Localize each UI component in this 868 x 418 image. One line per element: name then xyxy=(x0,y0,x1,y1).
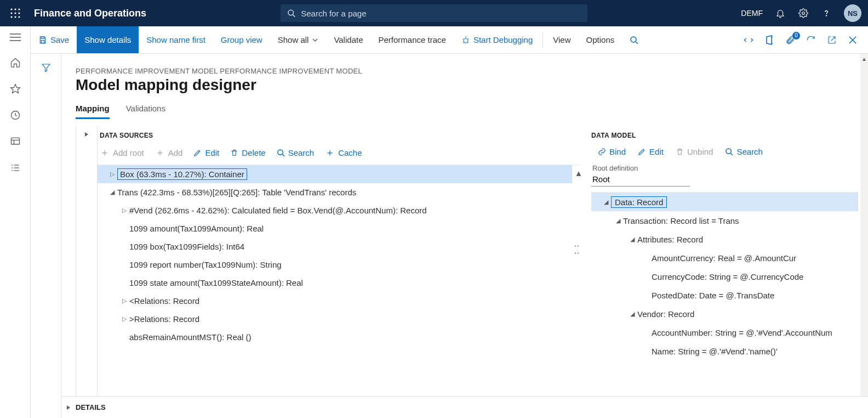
add-button[interactable]: ＋Add xyxy=(155,146,183,159)
unbind-button[interactable]: Unbind xyxy=(676,147,713,156)
svg-point-7 xyxy=(14,16,16,18)
help-icon[interactable] xyxy=(821,8,832,19)
tree-node[interactable]: AccountNumber: String = @.'#Vend'.Accoun… xyxy=(591,323,858,342)
delete-button[interactable]: Delete xyxy=(230,148,265,157)
start-debugging-button[interactable]: Start Debugging xyxy=(454,26,540,53)
tree-node[interactable]: ◢Transaction: Record list = Trans xyxy=(591,211,858,230)
svg-point-11 xyxy=(802,12,805,15)
ds-tree: ▷Box (63.3ms - 10.27%): Container ◢Trans… xyxy=(98,165,581,346)
options-button[interactable]: Options xyxy=(579,26,623,53)
view-button[interactable]: View xyxy=(545,26,578,53)
svg-line-34 xyxy=(467,42,469,43)
edit-button[interactable]: Edit xyxy=(193,148,219,157)
svg-point-12 xyxy=(826,15,826,16)
waffle-icon[interactable] xyxy=(7,4,24,22)
home-icon[interactable] xyxy=(10,57,21,68)
left-nav-rail xyxy=(0,26,31,418)
scroll-up-icon[interactable]: ▲ xyxy=(575,168,581,178)
scrollbar[interactable]: ▲ ▼ xyxy=(860,54,868,418)
root-definition-input[interactable] xyxy=(591,172,690,187)
dm-search-button[interactable]: Search xyxy=(725,147,763,156)
svg-point-8 xyxy=(18,16,20,18)
performance-trace-button[interactable]: Performance trace xyxy=(370,26,453,53)
svg-point-0 xyxy=(10,8,12,10)
gear-icon[interactable] xyxy=(798,8,809,19)
validate-button[interactable]: Validate xyxy=(326,26,370,53)
show-name-first-button[interactable]: Show name first xyxy=(139,26,213,53)
tree-node[interactable]: ▷<Relations: Record xyxy=(98,292,572,310)
bind-button[interactable]: Bind xyxy=(598,147,626,156)
tree-node[interactable]: absRemainAmountMST(): Real () xyxy=(98,328,572,346)
svg-line-32 xyxy=(467,38,469,39)
svg-line-10 xyxy=(293,15,295,17)
recent-icon[interactable] xyxy=(10,110,21,121)
workspace-icon[interactable] xyxy=(10,136,21,147)
left-gutter[interactable] xyxy=(76,126,98,418)
close-icon[interactable] xyxy=(847,36,858,44)
tree-node[interactable]: ◢Data: Record xyxy=(591,193,858,211)
tree-node[interactable]: CurrencyCode: String = @.CurrencyCode xyxy=(591,267,858,286)
cmd-right-actions: 0 xyxy=(743,35,868,45)
svg-rect-28 xyxy=(41,40,44,43)
cache-button[interactable]: ＋Cache xyxy=(325,146,362,159)
modules-icon[interactable] xyxy=(10,162,21,173)
svg-rect-27 xyxy=(41,37,44,38)
tab-mapping[interactable]: Mapping xyxy=(76,104,110,119)
dm-edit-button[interactable]: Edit xyxy=(638,147,664,156)
data-sources-panel: DATA SOURCES ＋Add root ＋Add Edit Delete … xyxy=(98,126,585,418)
attachments-icon[interactable]: 0 xyxy=(785,35,796,45)
tree-node[interactable]: ◢Attributes: Record xyxy=(591,230,858,248)
show-details-button[interactable]: Show details xyxy=(77,26,139,53)
page-search-button[interactable] xyxy=(622,26,646,53)
popout-icon[interactable] xyxy=(826,36,837,44)
star-icon[interactable] xyxy=(10,83,21,94)
editor-row: DATA SOURCES ＋Add root ＋Add Edit Delete … xyxy=(76,126,868,418)
office-icon[interactable] xyxy=(764,35,775,45)
data-model-panel: DATA MODEL Bind Edit Unbind Search Root … xyxy=(591,126,868,418)
tree-node[interactable]: ▷#Vend (262.6ms - 42.62%): Calculated fi… xyxy=(98,201,572,219)
tree-node[interactable]: ▷>Relations: Record xyxy=(98,310,572,328)
filter-strip xyxy=(31,54,61,418)
global-search[interactable] xyxy=(281,4,587,22)
refresh-icon[interactable] xyxy=(806,35,816,45)
splitter-grip-icon[interactable]: ⋮⋮ xyxy=(575,242,581,256)
content-area: PERFORMANCE IMPROVEMENT MODEL PERFORMANC… xyxy=(31,54,868,418)
scroll-up-icon[interactable]: ▲ xyxy=(861,56,867,62)
svg-line-46 xyxy=(731,153,733,155)
vertical-splitter[interactable] xyxy=(585,126,591,418)
save-label: Save xyxy=(50,35,69,44)
tree-node[interactable]: Name: String = @.'#Vend'.'name()' xyxy=(591,342,858,360)
page-title: Model mapping designer xyxy=(76,76,868,94)
tree-node[interactable]: 1099 report number(Tax1099Num): String xyxy=(98,256,572,274)
filter-icon[interactable] xyxy=(41,63,51,418)
svg-rect-18 xyxy=(11,138,19,144)
ds-search-button[interactable]: Search xyxy=(277,148,315,157)
svg-point-45 xyxy=(726,149,731,154)
add-root-button[interactable]: ＋Add root xyxy=(100,146,144,159)
tree-node[interactable]: 1099 state amount(Tax1099StateAmount): R… xyxy=(98,274,572,292)
save-button[interactable]: Save xyxy=(31,26,77,53)
svg-point-35 xyxy=(631,37,636,42)
tree-node[interactable]: ◢Vendor: Record xyxy=(591,304,858,323)
tree-node[interactable]: PostedDate: Date = @.TransDate xyxy=(591,286,858,304)
search-input[interactable] xyxy=(301,9,581,18)
separator xyxy=(542,32,543,48)
tree-node[interactable]: 1099 amount(Tax1099Amount): Real xyxy=(98,219,572,238)
bell-icon[interactable] xyxy=(775,8,786,19)
show-all-button[interactable]: Show all xyxy=(270,26,327,53)
details-section[interactable]: DETAILS xyxy=(61,396,868,418)
tab-validations[interactable]: Validations xyxy=(126,104,165,119)
group-view-button[interactable]: Group view xyxy=(213,26,270,53)
tree-node[interactable]: ▷Box (63.3ms - 10.27%): Container xyxy=(98,165,572,183)
svg-point-2 xyxy=(18,8,20,10)
personalize-icon[interactable] xyxy=(743,35,754,45)
tree-node[interactable]: 1099 box(Tax1099Fields): Int64 xyxy=(98,238,572,256)
svg-line-39 xyxy=(831,37,835,41)
tree-node[interactable]: ◢Trans (422.3ms - 68.53%)[265][Q:265]: T… xyxy=(98,183,572,201)
avatar[interactable]: NS xyxy=(844,4,861,22)
hamburger-icon[interactable] xyxy=(10,33,21,42)
tree-node[interactable]: AmountCurrency: Real = @.AmountCur xyxy=(591,248,858,267)
root-definition-label: Root definition xyxy=(591,164,858,172)
company-code[interactable]: DEMF xyxy=(741,9,763,18)
svg-point-4 xyxy=(14,12,16,14)
